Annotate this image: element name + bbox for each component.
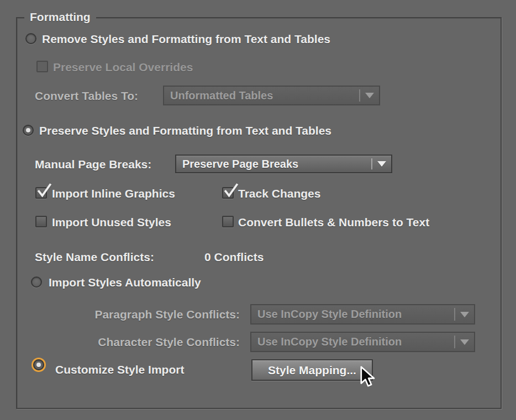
convert-tables-label: Convert Tables To: <box>35 88 138 103</box>
import-unused-styles-label: Import Unused Styles <box>52 215 171 230</box>
import-styles-auto-label: Import Styles Automatically <box>49 275 201 290</box>
paragraph-conflicts-dropdown: Use InCopy Style Definition <box>250 304 475 325</box>
convert-tables-value: Unformatted Tables <box>164 89 359 102</box>
chevron-down-icon <box>372 161 391 167</box>
chevron-down-icon <box>360 93 379 98</box>
manual-page-breaks-dropdown[interactable]: Preserve Page Breaks <box>175 155 392 173</box>
paragraph-conflicts-value: Use InCopy Style Definition <box>251 308 454 321</box>
track-changes-label: Track Changes <box>238 186 320 201</box>
style-name-conflicts-label: Style Name Conflicts: <box>35 249 154 264</box>
preserve-styles-label: Preserve Styles and Formatting from Text… <box>39 123 331 138</box>
character-conflicts-value: Use InCopy Style Definition <box>251 336 454 348</box>
check-icon <box>224 183 239 198</box>
remove-styles-label: Remove Styles and Formatting from Text a… <box>42 31 330 46</box>
customize-style-import-label: Customize Style Import <box>55 362 184 377</box>
character-conflicts-label: Character Style Conflicts: <box>76 334 240 349</box>
import-inline-graphics-checkbox[interactable] <box>35 187 47 199</box>
preserve-local-overrides-label: Preserve Local Overrides <box>53 60 193 75</box>
formatting-panel: Formatting Remove Styles and Formatting … <box>0 0 516 420</box>
import-unused-styles-checkbox[interactable] <box>35 216 47 227</box>
style-name-conflicts-value: 0 Conflicts <box>204 249 264 264</box>
convert-tables-dropdown: Unformatted Tables <box>163 86 380 105</box>
remove-styles-radio[interactable] <box>25 33 36 44</box>
customize-style-import-radio[interactable] <box>33 359 44 370</box>
convert-bullets-checkbox[interactable] <box>222 216 234 227</box>
import-inline-graphics-label: Import Inline Graphics <box>52 186 175 201</box>
check-icon <box>37 183 52 198</box>
preserve-local-overrides-checkbox <box>36 61 48 72</box>
import-styles-auto-radio[interactable] <box>31 277 42 288</box>
convert-bullets-label: Convert Bullets & Numbers to Text <box>238 215 429 230</box>
formatting-legend: Formatting <box>24 9 96 25</box>
character-conflicts-dropdown: Use InCopy Style Definition <box>250 332 475 352</box>
chevron-down-icon <box>455 312 474 317</box>
manual-page-breaks-value: Preserve Page Breaks <box>176 158 371 171</box>
track-changes-checkbox[interactable] <box>222 187 234 199</box>
preserve-styles-radio[interactable] <box>23 125 34 136</box>
chevron-down-icon <box>455 339 474 345</box>
paragraph-conflicts-label: Paragraph Style Conflicts: <box>76 307 240 322</box>
manual-page-breaks-label: Manual Page Breaks: <box>35 157 151 172</box>
style-mapping-button[interactable]: Style Mapping... <box>251 359 373 381</box>
